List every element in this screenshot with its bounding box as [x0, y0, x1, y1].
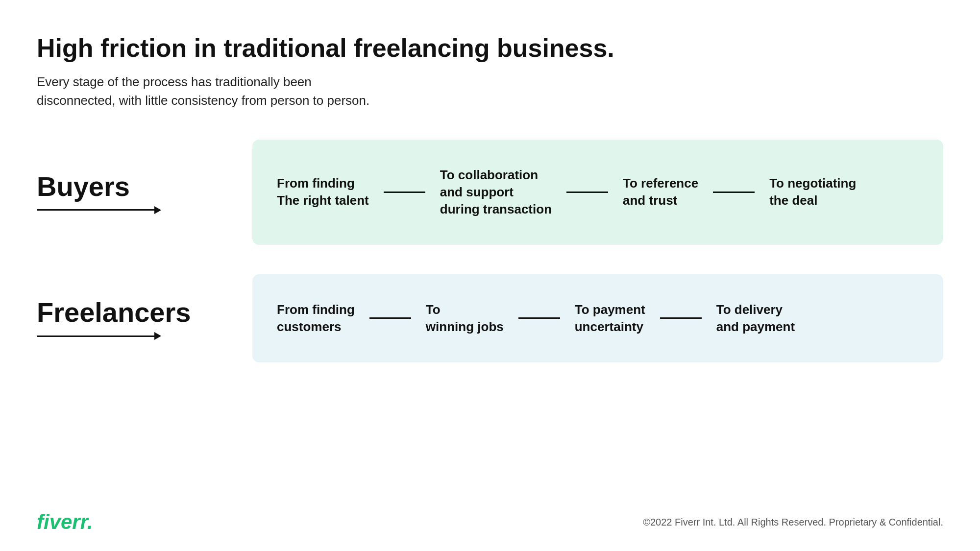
fiverr-logo: fiverr.: [37, 510, 93, 534]
buyers-connector-3: [713, 192, 755, 193]
freelancers-step-2: Towinning jobs: [426, 301, 504, 335]
buyers-step-2: To collaborationand supportduring transa…: [440, 167, 552, 218]
buyers-arrow-bar: [37, 209, 154, 211]
buyers-flow-box: From findingThe right talent To collabor…: [252, 140, 943, 245]
freelancers-label-area: Freelancers: [37, 296, 252, 340]
freelancers-arrow: [37, 332, 252, 340]
buyers-step-3: To referenceand trust: [623, 175, 698, 209]
buyers-step-4: To negotiatingthe deal: [769, 175, 856, 209]
freelancers-connector-1: [369, 317, 411, 319]
buyers-section: Buyers From findingThe right talent To c…: [37, 140, 943, 245]
freelancers-connector-2: [518, 317, 560, 319]
freelancers-section: Freelancers From findingcustomers Towinn…: [37, 274, 943, 362]
freelancers-step-1: From findingcustomers: [277, 301, 355, 335]
page-subtitle: Every stage of the process has tradition…: [37, 73, 390, 110]
buyers-step-1: From findingThe right talent: [277, 175, 369, 209]
buyers-connector-2: [566, 192, 608, 193]
page-title: High friction in traditional freelancing…: [37, 34, 943, 62]
freelancers-steps-container: From findingcustomers Towinning jobs To …: [277, 301, 919, 335]
freelancers-arrow-head: [154, 332, 161, 340]
main-content: High friction in traditional freelancing…: [0, 0, 980, 362]
buyers-arrow: [37, 206, 252, 214]
logo-dot: .: [87, 510, 93, 533]
buyers-steps-container: From findingThe right talent To collabor…: [277, 167, 919, 218]
freelancers-flow-box: From findingcustomers Towinning jobs To …: [252, 274, 943, 362]
footer: fiverr. ©2022 Fiverr Int. Ltd. All Right…: [37, 510, 943, 534]
freelancers-connector-3: [660, 317, 702, 319]
buyers-label-area: Buyers: [37, 170, 252, 214]
logo-text: fiverr: [37, 510, 87, 533]
buyers-arrow-head: [154, 206, 161, 214]
buyers-connector-1: [384, 192, 425, 193]
freelancers-step-4: To deliveryand payment: [716, 301, 795, 335]
freelancers-label: Freelancers: [37, 296, 252, 328]
buyers-label: Buyers: [37, 170, 252, 202]
freelancers-step-3: To paymentuncertainty: [575, 301, 645, 335]
footer-copyright: ©2022 Fiverr Int. Ltd. All Rights Reserv…: [643, 517, 943, 528]
freelancers-arrow-bar: [37, 335, 154, 337]
